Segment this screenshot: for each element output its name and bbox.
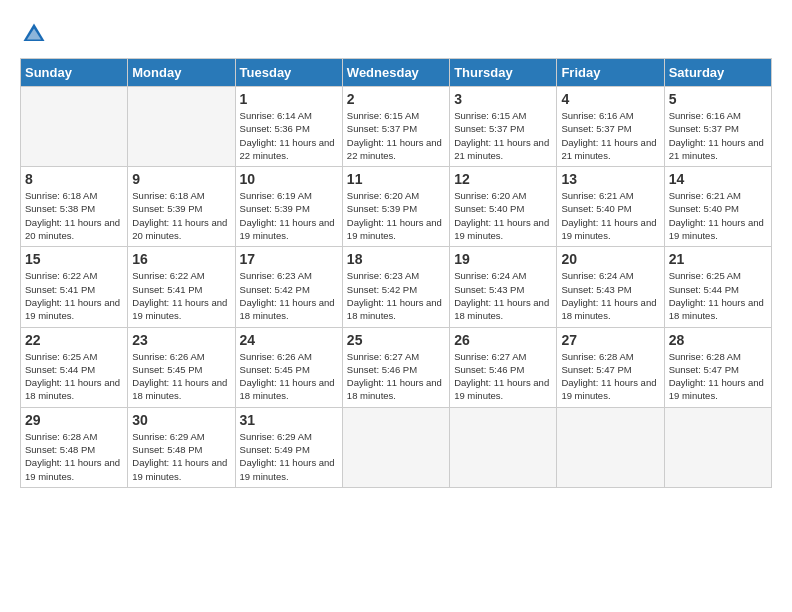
calendar-day-cell: 14 Sunrise: 6:21 AMSunset: 5:40 PMDaylig… xyxy=(664,167,771,247)
day-info: Sunrise: 6:23 AMSunset: 5:42 PMDaylight:… xyxy=(240,270,335,321)
day-number: 8 xyxy=(25,171,123,187)
day-number: 29 xyxy=(25,412,123,428)
day-info: Sunrise: 6:29 AMSunset: 5:48 PMDaylight:… xyxy=(132,431,227,482)
calendar-day-cell: 21 Sunrise: 6:25 AMSunset: 5:44 PMDaylig… xyxy=(664,247,771,327)
day-number: 17 xyxy=(240,251,338,267)
calendar-day-cell: 5 Sunrise: 6:16 AMSunset: 5:37 PMDayligh… xyxy=(664,87,771,167)
day-number: 12 xyxy=(454,171,552,187)
calendar-day-cell: 26 Sunrise: 6:27 AMSunset: 5:46 PMDaylig… xyxy=(450,327,557,407)
day-info: Sunrise: 6:27 AMSunset: 5:46 PMDaylight:… xyxy=(454,351,549,402)
day-number: 22 xyxy=(25,332,123,348)
calendar-day-cell: 4 Sunrise: 6:16 AMSunset: 5:37 PMDayligh… xyxy=(557,87,664,167)
day-info: Sunrise: 6:20 AMSunset: 5:40 PMDaylight:… xyxy=(454,190,549,241)
calendar-header-cell: Sunday xyxy=(21,59,128,87)
calendar-day-cell xyxy=(664,407,771,487)
day-number: 3 xyxy=(454,91,552,107)
calendar-day-cell: 8 Sunrise: 6:18 AMSunset: 5:38 PMDayligh… xyxy=(21,167,128,247)
calendar-header-cell: Tuesday xyxy=(235,59,342,87)
day-number: 2 xyxy=(347,91,445,107)
day-number: 25 xyxy=(347,332,445,348)
day-info: Sunrise: 6:21 AMSunset: 5:40 PMDaylight:… xyxy=(561,190,656,241)
day-info: Sunrise: 6:28 AMSunset: 5:48 PMDaylight:… xyxy=(25,431,120,482)
day-info: Sunrise: 6:28 AMSunset: 5:47 PMDaylight:… xyxy=(669,351,764,402)
day-info: Sunrise: 6:20 AMSunset: 5:39 PMDaylight:… xyxy=(347,190,442,241)
day-info: Sunrise: 6:26 AMSunset: 5:45 PMDaylight:… xyxy=(240,351,335,402)
calendar-day-cell: 24 Sunrise: 6:26 AMSunset: 5:45 PMDaylig… xyxy=(235,327,342,407)
calendar-week-row: 1 Sunrise: 6:14 AMSunset: 5:36 PMDayligh… xyxy=(21,87,772,167)
day-info: Sunrise: 6:16 AMSunset: 5:37 PMDaylight:… xyxy=(669,110,764,161)
day-number: 15 xyxy=(25,251,123,267)
calendar-day-cell xyxy=(128,87,235,167)
calendar-header-cell: Wednesday xyxy=(342,59,449,87)
day-info: Sunrise: 6:15 AMSunset: 5:37 PMDaylight:… xyxy=(347,110,442,161)
calendar-header-row: SundayMondayTuesdayWednesdayThursdayFrid… xyxy=(21,59,772,87)
calendar-day-cell: 16 Sunrise: 6:22 AMSunset: 5:41 PMDaylig… xyxy=(128,247,235,327)
calendar-day-cell: 25 Sunrise: 6:27 AMSunset: 5:46 PMDaylig… xyxy=(342,327,449,407)
calendar-week-row: 15 Sunrise: 6:22 AMSunset: 5:41 PMDaylig… xyxy=(21,247,772,327)
day-info: Sunrise: 6:19 AMSunset: 5:39 PMDaylight:… xyxy=(240,190,335,241)
calendar-body: 1 Sunrise: 6:14 AMSunset: 5:36 PMDayligh… xyxy=(21,87,772,488)
calendar-day-cell: 12 Sunrise: 6:20 AMSunset: 5:40 PMDaylig… xyxy=(450,167,557,247)
day-number: 18 xyxy=(347,251,445,267)
day-info: Sunrise: 6:29 AMSunset: 5:49 PMDaylight:… xyxy=(240,431,335,482)
calendar-day-cell: 30 Sunrise: 6:29 AMSunset: 5:48 PMDaylig… xyxy=(128,407,235,487)
day-info: Sunrise: 6:24 AMSunset: 5:43 PMDaylight:… xyxy=(454,270,549,321)
calendar-day-cell xyxy=(557,407,664,487)
calendar-week-row: 8 Sunrise: 6:18 AMSunset: 5:38 PMDayligh… xyxy=(21,167,772,247)
header xyxy=(20,20,772,48)
day-info: Sunrise: 6:23 AMSunset: 5:42 PMDaylight:… xyxy=(347,270,442,321)
day-number: 14 xyxy=(669,171,767,187)
day-number: 24 xyxy=(240,332,338,348)
day-number: 11 xyxy=(347,171,445,187)
calendar-header-cell: Thursday xyxy=(450,59,557,87)
calendar-day-cell: 10 Sunrise: 6:19 AMSunset: 5:39 PMDaylig… xyxy=(235,167,342,247)
calendar-header-cell: Saturday xyxy=(664,59,771,87)
calendar-day-cell: 23 Sunrise: 6:26 AMSunset: 5:45 PMDaylig… xyxy=(128,327,235,407)
calendar-day-cell xyxy=(450,407,557,487)
day-info: Sunrise: 6:18 AMSunset: 5:39 PMDaylight:… xyxy=(132,190,227,241)
day-number: 16 xyxy=(132,251,230,267)
day-number: 26 xyxy=(454,332,552,348)
calendar-day-cell: 22 Sunrise: 6:25 AMSunset: 5:44 PMDaylig… xyxy=(21,327,128,407)
calendar-day-cell: 15 Sunrise: 6:22 AMSunset: 5:41 PMDaylig… xyxy=(21,247,128,327)
day-info: Sunrise: 6:16 AMSunset: 5:37 PMDaylight:… xyxy=(561,110,656,161)
day-info: Sunrise: 6:27 AMSunset: 5:46 PMDaylight:… xyxy=(347,351,442,402)
day-info: Sunrise: 6:18 AMSunset: 5:38 PMDaylight:… xyxy=(25,190,120,241)
calendar-header-cell: Monday xyxy=(128,59,235,87)
day-number: 23 xyxy=(132,332,230,348)
calendar-day-cell: 20 Sunrise: 6:24 AMSunset: 5:43 PMDaylig… xyxy=(557,247,664,327)
day-number: 5 xyxy=(669,91,767,107)
day-number: 20 xyxy=(561,251,659,267)
day-number: 9 xyxy=(132,171,230,187)
calendar-day-cell: 2 Sunrise: 6:15 AMSunset: 5:37 PMDayligh… xyxy=(342,87,449,167)
day-number: 28 xyxy=(669,332,767,348)
calendar-day-cell xyxy=(342,407,449,487)
logo xyxy=(20,20,52,48)
day-info: Sunrise: 6:22 AMSunset: 5:41 PMDaylight:… xyxy=(132,270,227,321)
day-number: 4 xyxy=(561,91,659,107)
calendar-day-cell: 28 Sunrise: 6:28 AMSunset: 5:47 PMDaylig… xyxy=(664,327,771,407)
calendar-day-cell: 17 Sunrise: 6:23 AMSunset: 5:42 PMDaylig… xyxy=(235,247,342,327)
day-number: 27 xyxy=(561,332,659,348)
logo-icon xyxy=(20,20,48,48)
calendar-day-cell: 9 Sunrise: 6:18 AMSunset: 5:39 PMDayligh… xyxy=(128,167,235,247)
day-info: Sunrise: 6:24 AMSunset: 5:43 PMDaylight:… xyxy=(561,270,656,321)
day-number: 13 xyxy=(561,171,659,187)
calendar-day-cell: 13 Sunrise: 6:21 AMSunset: 5:40 PMDaylig… xyxy=(557,167,664,247)
day-info: Sunrise: 6:28 AMSunset: 5:47 PMDaylight:… xyxy=(561,351,656,402)
calendar-day-cell: 31 Sunrise: 6:29 AMSunset: 5:49 PMDaylig… xyxy=(235,407,342,487)
day-info: Sunrise: 6:15 AMSunset: 5:37 PMDaylight:… xyxy=(454,110,549,161)
calendar-day-cell: 3 Sunrise: 6:15 AMSunset: 5:37 PMDayligh… xyxy=(450,87,557,167)
calendar-day-cell: 18 Sunrise: 6:23 AMSunset: 5:42 PMDaylig… xyxy=(342,247,449,327)
day-info: Sunrise: 6:26 AMSunset: 5:45 PMDaylight:… xyxy=(132,351,227,402)
day-number: 19 xyxy=(454,251,552,267)
calendar-day-cell: 27 Sunrise: 6:28 AMSunset: 5:47 PMDaylig… xyxy=(557,327,664,407)
calendar-day-cell: 29 Sunrise: 6:28 AMSunset: 5:48 PMDaylig… xyxy=(21,407,128,487)
calendar-week-row: 29 Sunrise: 6:28 AMSunset: 5:48 PMDaylig… xyxy=(21,407,772,487)
day-number: 1 xyxy=(240,91,338,107)
day-info: Sunrise: 6:21 AMSunset: 5:40 PMDaylight:… xyxy=(669,190,764,241)
day-number: 21 xyxy=(669,251,767,267)
day-info: Sunrise: 6:14 AMSunset: 5:36 PMDaylight:… xyxy=(240,110,335,161)
day-number: 10 xyxy=(240,171,338,187)
day-number: 30 xyxy=(132,412,230,428)
